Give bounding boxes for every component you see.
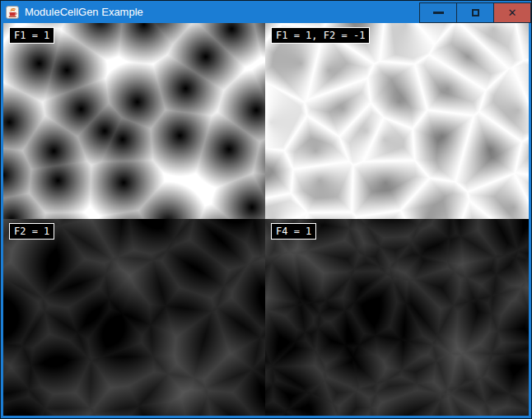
titlebar[interactable]: ModuleCellGen Example ✕ [1, 1, 531, 23]
java-coffee-cup-icon [6, 6, 19, 19]
noise-canvas-f4 [265, 219, 529, 416]
noise-canvas-f1-minus-f2 [265, 23, 529, 219]
quadrant-label-f1: F1 = 1 [9, 27, 54, 44]
quadrant-label-f1-minus-f2: F1 = 1, F2 = -1 [271, 27, 370, 44]
app-window: ModuleCellGen Example ✕ F1 = 1 F1 = 1, F… [0, 0, 532, 419]
noise-canvas-f1 [3, 23, 265, 219]
maximize-icon [472, 9, 479, 16]
close-icon: ✕ [508, 7, 517, 18]
window-title: ModuleCellGen Example [25, 6, 143, 18]
quadrant-f1-minus-f2: F1 = 1, F2 = -1 [265, 23, 529, 219]
quadrant-label-f2: F2 = 1 [9, 223, 54, 240]
close-button[interactable]: ✕ [493, 2, 531, 23]
quadrant-f2: F2 = 1 [3, 219, 265, 416]
maximize-button[interactable] [456, 2, 494, 23]
window-controls: ✕ [420, 1, 531, 23]
quadrant-f4: F4 = 1 [265, 219, 529, 416]
quadrant-label-f4: F4 = 1 [271, 223, 316, 240]
minimize-icon [433, 12, 444, 14]
noise-grid: F1 = 1 F1 = 1, F2 = -1 F2 = 1 F4 = 1 [3, 23, 529, 416]
noise-canvas-f2 [3, 219, 265, 416]
quadrant-f1: F1 = 1 [3, 23, 265, 219]
minimize-button[interactable] [419, 2, 457, 23]
